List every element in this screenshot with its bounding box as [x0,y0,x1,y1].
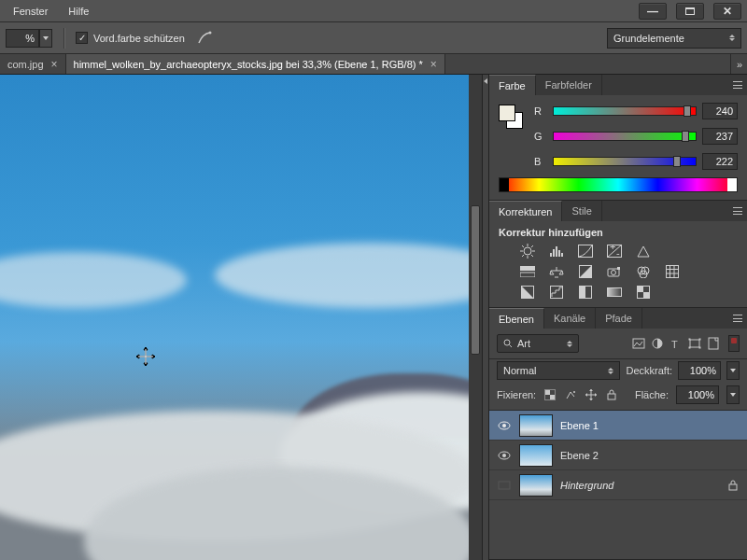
canvas[interactable] [0,75,482,560]
svg-rect-19 [558,250,560,257]
menu-hilfe[interactable]: Hilfe [59,2,98,21]
curves-icon[interactable] [577,244,594,259]
tab-farbfelder[interactable]: Farbfelder [536,75,602,95]
invert-icon[interactable] [519,285,536,300]
b-value-field[interactable]: 222 [702,153,738,170]
layer-name[interactable]: Ebene 2 [560,450,599,461]
visibility-toggle[interactable] [497,448,512,463]
fill-label: Fläche: [635,389,669,400]
panel-menu-button[interactable] [728,308,747,329]
channel-mixer-icon[interactable] [635,264,652,279]
color-lookup-icon[interactable] [664,264,681,279]
lock-label: Fixieren: [497,389,536,400]
svg-rect-72 [499,482,510,489]
layer-name[interactable]: Ebene 1 [560,420,599,431]
brightness-contrast-icon[interactable] [519,244,536,259]
hue-saturation-icon[interactable] [519,264,536,279]
r-slider[interactable] [553,106,697,116]
layer-filter-kind-dropdown[interactable]: Art [497,334,579,353]
visibility-toggle[interactable] [497,478,512,493]
lock-transparency-icon[interactable] [543,388,557,401]
separator [63,28,64,49]
panels-dock: Farbe Farbfelder R 240 G [489,75,747,560]
posterize-icon[interactable] [548,285,565,300]
photo-filter-icon[interactable] [606,264,623,279]
layer-list: Ebene 1 Ebene 2 Hintergrund [489,411,747,500]
foreground-swatch[interactable] [499,105,515,121]
updown-icon [729,35,735,41]
layer-thumbnail[interactable] [519,474,553,497]
threshold-icon[interactable] [577,285,594,300]
lock-all-icon[interactable] [605,388,618,401]
tab-ebenen[interactable]: Ebenen [489,308,544,329]
layer-thumbnail[interactable] [519,444,553,467]
blend-mode-dropdown[interactable]: Normal [497,361,620,380]
fill-dropdown[interactable] [726,385,740,404]
layer-row[interactable]: Hintergrund [489,470,747,500]
svg-rect-26 [520,266,535,271]
filter-type-icon[interactable]: T [669,336,684,351]
panel-collapse-strip[interactable] [482,75,489,560]
opacity-label: Deckkraft: [626,365,672,376]
svg-rect-46 [608,288,622,297]
flow-percent-field[interactable]: % [6,29,39,48]
svg-rect-37 [667,266,679,278]
layer-name[interactable]: Hintergrund [560,480,613,491]
g-value-field[interactable]: 237 [702,128,738,145]
lock-image-icon[interactable] [564,388,577,401]
fill-field[interactable]: 100% [676,385,719,404]
g-slider[interactable] [553,132,697,141]
filter-pixel-icon[interactable] [631,336,646,351]
filter-adjustment-icon[interactable] [650,336,665,351]
close-icon[interactable]: × [51,58,58,71]
tab-kanaele[interactable]: Kanäle [544,308,596,329]
scrollbar-thumb[interactable] [471,205,480,355]
tab-stile[interactable]: Stile [562,201,601,221]
tab-farbe[interactable]: Farbe [489,75,536,95]
close-icon[interactable]: × [430,58,437,71]
opacity-dropdown[interactable] [726,361,740,380]
layer-row[interactable]: Ebene 1 [489,411,747,441]
layer-filter-toggle[interactable] [728,335,740,352]
canvas-vertical-scrollbar[interactable] [469,75,482,560]
filter-shape-icon[interactable] [687,336,702,351]
panel-menu-button[interactable] [728,75,747,95]
layer-row[interactable]: Ebene 2 [489,441,747,470]
menu-fenster[interactable]: Fenster [4,2,57,21]
flow-percent-dropdown[interactable] [39,29,52,48]
tab-korrekturen[interactable]: Korrekturen [489,201,562,221]
lock-indicator-icon [728,480,740,491]
pressure-brush-icon[interactable] [196,30,213,47]
window-close-button[interactable]: ✕ [713,3,741,20]
filter-smartobject-icon[interactable] [706,336,721,351]
vibrance-icon[interactable] [635,244,652,259]
tab-overflow-button[interactable]: » [730,54,747,74]
lock-position-icon[interactable] [585,388,598,401]
document-tab-1[interactable]: com.jpg × [0,54,66,74]
exposure-icon[interactable]: +- [606,244,623,259]
color-spectrum[interactable] [499,177,738,192]
layer-thumbnail[interactable] [519,414,553,437]
window-maximize-button[interactable] [676,3,704,20]
visibility-toggle[interactable] [497,418,512,433]
svg-line-51 [510,345,513,348]
r-value-field[interactable]: 240 [702,103,738,119]
tab-pfade[interactable]: Pfade [596,308,642,329]
levels-icon[interactable] [548,244,565,259]
black-white-icon[interactable] [577,264,594,279]
opacity-field[interactable]: 100% [678,361,721,380]
canvas-area[interactable] [0,75,482,560]
workspace-dropdown[interactable]: Grundelemente [607,28,741,49]
panel-menu-button[interactable] [728,201,747,221]
color-panel: Farbe Farbfelder R 240 G [489,75,747,201]
fg-bg-swatches[interactable] [499,105,525,131]
gradient-map-icon[interactable] [606,285,623,300]
document-tab-2[interactable]: himmel_wolken_by_archaeopteryx_stocks.jp… [66,54,445,74]
color-balance-icon[interactable] [548,264,565,279]
protect-foreground-checkbox[interactable] [76,32,88,44]
b-slider[interactable] [553,157,697,166]
selective-color-icon[interactable] [635,285,652,300]
svg-rect-58 [689,347,691,349]
svg-line-12 [522,245,524,247]
window-minimize-button[interactable]: — [639,3,667,20]
